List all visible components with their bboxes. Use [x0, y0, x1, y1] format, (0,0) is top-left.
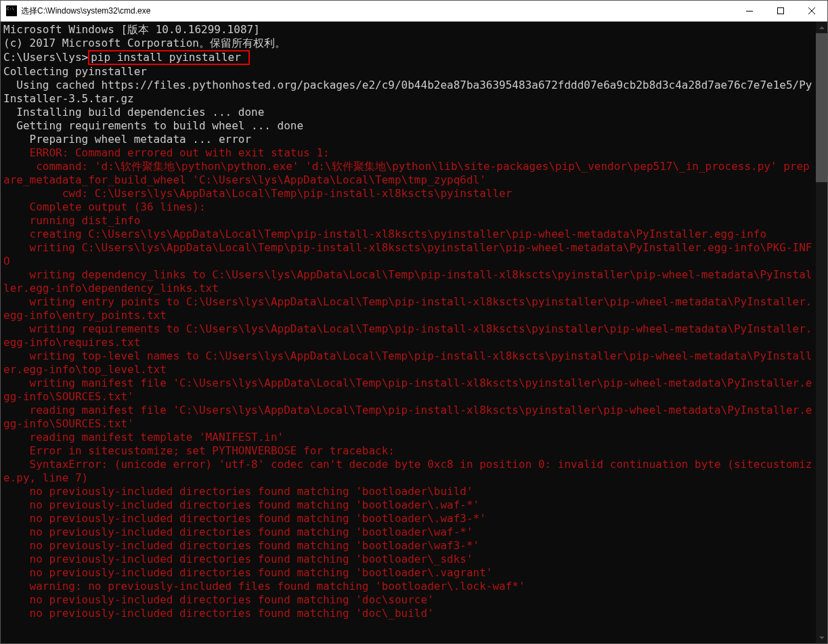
cmd-icon — [6, 5, 17, 16]
maximize-icon — [777, 7, 784, 14]
terminal-line: writing C:\Users\lys\AppData\Local\Temp\… — [3, 241, 813, 268]
terminal-line: Collecting pyinstaller — [3, 65, 813, 79]
terminal-line: cwd: C:\Users\lys\AppData\Local\Temp\pip… — [3, 187, 813, 200]
terminal-line: no previously-included directories found… — [3, 525, 813, 539]
close-icon — [808, 7, 815, 14]
terminal-line: Complete output (36 lines): — [3, 200, 813, 214]
maximize-button[interactable] — [765, 1, 796, 21]
scroll-down-button[interactable] — [816, 632, 827, 643]
terminal-line: no previously-included directories found… — [3, 607, 813, 620]
chevron-up-icon — [819, 26, 825, 29]
terminal-line: no previously-included directories found… — [3, 498, 813, 512]
terminal-line: Installing build dependencies ... done — [3, 106, 813, 119]
terminal-line: Error in sitecustomize; set PYTHONVERBOS… — [3, 444, 813, 458]
terminal-line: no previously-included directories found… — [3, 566, 813, 580]
terminal-line: warning: no previously-included files fo… — [3, 580, 813, 593]
window-titlebar: 选择C:\Windows\system32\cmd.exe — [1, 1, 827, 22]
terminal-line: no previously-included directories found… — [3, 553, 813, 566]
terminal-line: creating C:\Users\lys\AppData\Local\Temp… — [3, 228, 813, 241]
svg-rect-1 — [778, 8, 784, 14]
terminal-line: Using cached https://files.pythonhosted.… — [3, 79, 813, 106]
terminal-line: no previously-included directories found… — [3, 593, 813, 607]
close-button[interactable] — [796, 1, 827, 21]
terminal-line: writing manifest file 'C:\Users\lys\AppD… — [3, 377, 813, 404]
minimize-icon — [746, 11, 753, 12]
terminal-line: writing top-level names to C:\Users\lys\… — [3, 349, 813, 377]
terminal-line: writing requirements to C:\Users\lys\App… — [3, 322, 813, 349]
scroll-up-button[interactable] — [816, 22, 827, 33]
terminal-line: reading manifest file 'C:\Users\lys\AppD… — [3, 404, 813, 431]
terminal-line: Microsoft Windows [版本 10.0.16299.1087] — [3, 23, 813, 37]
terminal-line: writing entry points to C:\Users\lys\App… — [3, 295, 813, 322]
terminal-line: Getting requirements to build wheel ... … — [3, 119, 813, 133]
scroll-thumb[interactable] — [816, 33, 827, 182]
prompt-prefix: C:\Users\lys> — [3, 51, 88, 64]
minimize-button[interactable] — [734, 1, 765, 21]
terminal-line: (c) 2017 Microsoft Corporation。保留所有权利。 — [3, 37, 813, 50]
command-highlight-box: pip install pyinstaller — [88, 50, 250, 65]
terminal-line: writing dependency_links to C:\Users\lys… — [3, 268, 813, 295]
terminal-line: ERROR: Command errored out with exit sta… — [3, 146, 813, 160]
terminal-line: command: 'd:\软件聚集地\python\python.exe' 'd… — [3, 160, 813, 187]
window-title: 选择C:\Windows\system32\cmd.exe — [21, 5, 734, 17]
terminal-line: no previously-included directories found… — [3, 512, 813, 525]
terminal-line: Preparing wheel metadata ... error — [3, 133, 813, 146]
terminal-area[interactable]: Microsoft Windows [版本 10.0.16299.1087](c… — [1, 22, 827, 643]
svg-rect-0 — [746, 11, 753, 12]
terminal-line: running dist_info — [3, 214, 813, 228]
terminal-line: no previously-included directories found… — [3, 485, 813, 498]
terminal-line: no previously-included directories found… — [3, 539, 813, 553]
terminal-line: reading manifest template 'MANIFEST.in' — [3, 431, 813, 444]
window-controls — [734, 1, 827, 21]
terminal-line: SyntaxError: (unicode error) 'utf-8' cod… — [3, 458, 813, 485]
terminal-output[interactable]: Microsoft Windows [版本 10.0.16299.1087](c… — [1, 22, 816, 643]
chevron-down-icon — [819, 637, 825, 639]
vertical-scrollbar[interactable] — [816, 22, 827, 643]
prompt-line: C:\Users\lys>pip install pyinstaller — [3, 50, 813, 65]
